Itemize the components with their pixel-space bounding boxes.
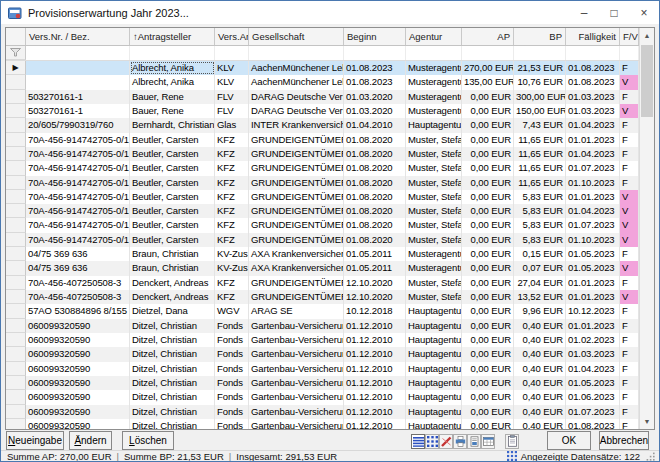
table-row[interactable]: 70A-456-407250508-3Denckert, AndreasKFZG… <box>6 276 639 290</box>
neueingabe-button[interactable]: Neueingabe <box>6 431 64 450</box>
minimize-button[interactable]: – <box>569 1 599 24</box>
row-header-cell[interactable] <box>6 75 26 89</box>
abbrechen-button[interactable]: Abbrechen <box>599 431 649 450</box>
edit-strike-icon[interactable] <box>439 434 453 449</box>
row-header-cell[interactable] <box>6 204 26 218</box>
table-row[interactable]: 060099320590Ditzel, ChristianFondsGarten… <box>6 347 639 361</box>
scroll-down-icon[interactable]: ▼ <box>640 414 654 429</box>
filter-cell-ges[interactable] <box>249 46 344 60</box>
filter-cell-agentur[interactable] <box>406 46 462 60</box>
table-row[interactable]: 060099320590Ditzel, ChristianFondsGarten… <box>6 390 639 404</box>
column-header-beginn[interactable]: Beginn <box>344 28 406 45</box>
table-row[interactable]: 70A-456-407250508-3Denckert, AndreasKFZG… <box>6 290 639 304</box>
column-header-ap[interactable]: AP <box>462 28 514 45</box>
filter-cell-bp[interactable] <box>514 46 566 60</box>
list-view-icon[interactable] <box>411 434 425 449</box>
close-button[interactable]: × <box>629 1 659 24</box>
row-header-cell[interactable] <box>6 233 26 247</box>
filter-cell-nr[interactable] <box>26 46 130 60</box>
table-row[interactable]: 70A-456-914742705-0/154Beutler, CarstenK… <box>6 218 639 232</box>
table-row[interactable]: Albrecht, AnikaKLVAachenMünchener Lebens… <box>6 75 639 89</box>
row-header-cell[interactable] <box>6 147 26 161</box>
table-row[interactable]: 70A-456-914742705-0/154Beutler, CarstenK… <box>6 147 639 161</box>
clipboard-icon[interactable] <box>505 434 519 449</box>
column-header-bp[interactable]: BP <box>514 28 566 45</box>
row-header-cell[interactable] <box>6 176 26 190</box>
cell-bp: 0,40 EUR <box>514 319 566 333</box>
vertical-scrollbar[interactable]: ▲ ▼ <box>639 28 654 429</box>
cell-beginn: 01.08.2023 <box>344 61 406 75</box>
column-header-faellig[interactable]: Fälligkeit <box>566 28 620 45</box>
row-header-cell[interactable] <box>6 118 26 132</box>
filter-cell-name[interactable] <box>130 46 215 60</box>
cell-faellig: 01.04.2023 <box>566 362 620 376</box>
row-header-cell[interactable] <box>6 362 26 376</box>
row-header-cell[interactable] <box>6 190 26 204</box>
cell-fv: V <box>620 218 639 232</box>
current-row-indicator[interactable]: ▶ <box>6 61 26 75</box>
table-row[interactable]: 060099320590Ditzel, ChristianFondsGarten… <box>6 362 639 376</box>
row-header-cell[interactable] <box>6 333 26 347</box>
table-row[interactable]: 503270161-1Bauer, ReneFLVDARAG Deutsche … <box>6 104 639 118</box>
row-header-cell[interactable] <box>6 347 26 361</box>
table-row[interactable]: 060099320590Ditzel, ChristianFondsGarten… <box>6 376 639 390</box>
filter-cell-fv[interactable] <box>620 46 639 60</box>
table-row[interactable]: 20/605/7990319/760Bernhardt, ChristianGl… <box>6 118 639 132</box>
table-row[interactable]: 503270161-1Bauer, ReneFLVDARAG Deutsche … <box>6 90 639 104</box>
column-header-fv[interactable]: F/V <box>620 28 639 45</box>
table-row[interactable]: 70A-456-914742705-0/154Beutler, CarstenK… <box>6 204 639 218</box>
row-header-cell[interactable] <box>6 390 26 404</box>
resize-grip[interactable] <box>646 452 655 461</box>
cell-faellig: 01.04.2023 <box>566 147 620 161</box>
column-header-name[interactable]: ↑Antragsteller <box>130 28 215 45</box>
row-header-cell[interactable] <box>6 161 26 175</box>
row-header-cell[interactable] <box>6 405 26 419</box>
row-header-cell[interactable] <box>6 376 26 390</box>
row-header-cell[interactable] <box>6 276 26 290</box>
table-row[interactable]: 060099320590Ditzel, ChristianFondsGarten… <box>6 419 639 429</box>
table-row[interactable]: 70A-456-914742705-0/154Beutler, CarstenK… <box>6 190 639 204</box>
table-row[interactable]: 70A-456-914742705-0/154Beutler, CarstenK… <box>6 161 639 175</box>
table-row[interactable]: ▶Albrecht, AnikaKLVAachenMünchener Leben… <box>6 61 639 75</box>
row-header-cell[interactable] <box>6 218 26 232</box>
grid-filter-row[interactable] <box>6 46 639 61</box>
row-header-cell[interactable] <box>6 261 26 275</box>
table-row[interactable]: 04/75 369 636Braun, ChristianKV-Zus.AXA … <box>6 247 639 261</box>
table-row[interactable]: 04/75 369 636Braun, ChristianKV-Zus.AXA … <box>6 261 639 275</box>
row-header-cell[interactable] <box>6 290 26 304</box>
row-header-cell[interactable] <box>6 90 26 104</box>
report-icon[interactable] <box>467 434 481 449</box>
filter-cell-art[interactable] <box>215 46 249 60</box>
table-row[interactable]: 57AO 530884896 8/155Dietzel, DanaWGVARAG… <box>6 304 639 318</box>
filter-cell-beginn[interactable] <box>344 46 406 60</box>
table-row[interactable]: 060099320590Ditzel, ChristianFondsGarten… <box>6 319 639 333</box>
filter-funnel-icon[interactable] <box>6 46 26 60</box>
maximize-button[interactable]: □ <box>599 1 629 24</box>
column-header-agentur[interactable]: Agentur <box>406 28 462 45</box>
aendern-button[interactable]: Ändern <box>69 431 112 450</box>
column-header-art[interactable]: Vers.Art. <box>215 28 249 45</box>
row-header-cell[interactable] <box>6 104 26 118</box>
column-header-ges[interactable]: Gesellschaft <box>249 28 344 45</box>
table-row[interactable]: 70A-456-914742705-0/154Beutler, CarstenK… <box>6 233 639 247</box>
row-header-cell[interactable] <box>6 304 26 318</box>
row-header-cell[interactable] <box>6 319 26 333</box>
row-header-cell[interactable] <box>6 419 26 429</box>
table-row[interactable]: 70A-456-914742705-0/154Beutler, CarstenK… <box>6 176 639 190</box>
table-row[interactable]: 70A-456-914742705-0/154Beutler, CarstenK… <box>6 133 639 147</box>
table-row[interactable]: 060099320590Ditzel, ChristianFondsGarten… <box>6 333 639 347</box>
filter-cell-ap[interactable] <box>462 46 514 60</box>
row-header-cell[interactable] <box>6 133 26 147</box>
scroll-up-icon[interactable]: ▲ <box>640 28 654 43</box>
print-icon[interactable] <box>453 434 467 449</box>
scrollbar-thumb[interactable] <box>641 45 653 117</box>
row-header-cell[interactable] <box>6 247 26 261</box>
table-row[interactable]: 060099320590Ditzel, ChristianFondsGarten… <box>6 405 639 419</box>
filter-cell-faellig[interactable] <box>566 46 620 60</box>
loeschen-button[interactable]: Löschen <box>122 431 174 450</box>
grid-view-icon[interactable] <box>425 434 439 449</box>
column-header-nr[interactable]: Vers.Nr. / Bez. <box>26 28 130 45</box>
datasheet-icon[interactable] <box>481 434 495 449</box>
cell-fv: V <box>620 261 639 275</box>
ok-button[interactable]: OK <box>547 431 591 450</box>
